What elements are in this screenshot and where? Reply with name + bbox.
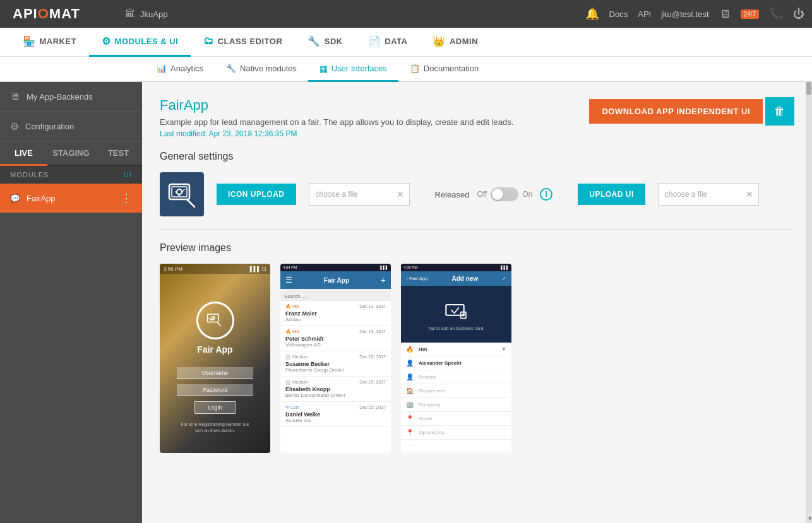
ui-file-clear-icon[interactable]: ✕ [741, 189, 758, 199]
form-field-position: 👤 Position [401, 370, 511, 384]
list-screen: 4:04 PM ▌▌▌ ☰ Fair App + 🔥 Hot [280, 264, 391, 453]
tab-staging[interactable]: Staging [47, 142, 95, 166]
nav-market[interactable]: 🏪 MARKET [10, 28, 89, 57]
delete-button[interactable]: 🗑 [765, 97, 794, 126]
app-name: JkuApp [140, 9, 167, 19]
terminal-icon[interactable]: 🖥 [719, 8, 731, 21]
icon-upload-button[interactable]: ICON UPLOAD [217, 184, 296, 205]
card-scan-icon [444, 298, 469, 324]
list-item-2: 🔥 Hot Dec 13, 2017 Peter Schmidt Volkswa… [280, 326, 391, 351]
company-4: Berlitz Deutschland GmbH [285, 392, 386, 398]
search-input[interactable] [284, 293, 387, 299]
tab-live[interactable]: Live [0, 142, 47, 166]
tab-test[interactable]: Test [95, 142, 142, 166]
nav-class-editor[interactable]: 🗂 CLASS EDITOR [191, 28, 295, 57]
toggle-on-label: On [522, 190, 532, 199]
person-icon-1: 👤 [406, 360, 415, 367]
company-5: Schuler AG [285, 418, 386, 423]
scroll-thumb[interactable] [806, 82, 811, 95]
admin-icon: 👑 [433, 35, 446, 47]
info-icon[interactable]: i [540, 188, 552, 201]
analytics-icon: 📊 [157, 64, 167, 73]
notification-icon[interactable]: 🔔 [585, 7, 599, 21]
released-toggle[interactable] [491, 187, 518, 201]
priority-2: 🔥 Hot [285, 329, 299, 334]
status-bar-2: 4:04 PM ▌▌▌ [280, 264, 391, 271]
field-dept-value: Department [419, 388, 445, 394]
form-field-company: 🏢 Company [401, 398, 511, 412]
list-title: Fair App [324, 277, 349, 284]
signal-3: ▌▌▌ [501, 266, 509, 269]
vertical-scrollbar[interactable]: ▲ ▼ [806, 82, 812, 523]
priority-1: 🔥 Hot [285, 304, 299, 309]
card-scan-area: Tap to add an business card. [401, 286, 511, 343]
icon-file-clear-icon[interactable]: ✕ [391, 189, 409, 199]
ui-file-placeholder: choose a file [659, 190, 741, 199]
header-right: 🔔 Docs API jku@test.test 🖥 24/7 📞 ⏻ [585, 7, 804, 21]
nav-admin[interactable]: 👑 ADMIN [420, 28, 491, 57]
upload-ui-button[interactable]: UPLOAD UI [578, 184, 645, 205]
released-section: Released Off On i [435, 187, 553, 201]
form-title: Add new [452, 275, 479, 282]
secondary-nav: 📊 Analytics 🔧 Native modules ▦ User Inte… [0, 57, 812, 82]
power-icon[interactable]: ⏻ [793, 8, 804, 21]
settings-row: ICON UPLOAD choose a file ✕ Released Off… [160, 172, 794, 216]
time-2: 4:04 PM [283, 266, 297, 269]
download-button[interactable]: DOWNLOAD APP INDEPENDENT UI [589, 99, 763, 124]
app-title: FairApp [160, 97, 513, 114]
priority-value: Hot [419, 346, 427, 352]
form-field-zip: 📍 Zip and city [401, 426, 511, 440]
back-label: ‹ Fair App [406, 276, 428, 281]
docs-link[interactable]: Docs [609, 9, 628, 19]
tap-text: Tap to add an business card. [428, 326, 485, 331]
nav-sdk[interactable]: 🔧 SDK [295, 28, 355, 57]
sidebar-item-configuration[interactable]: ⚙ Configuration [0, 112, 142, 142]
dropdown-arrow: ▼ [501, 346, 506, 352]
nav-analytics[interactable]: 📊 Analytics [145, 57, 215, 82]
nav-documentation-label: Documentation [424, 64, 479, 73]
login-btn: Login [194, 401, 235, 414]
building-icon: 🏛 [125, 8, 135, 20]
general-settings-title: General settings [160, 151, 794, 162]
nav-user-interfaces[interactable]: ▦ User Interfaces [308, 57, 398, 82]
date-5: Dec 15, 2017 [359, 405, 386, 410]
building-icon-2: 🏢 [406, 401, 415, 408]
splash-app-name: Fair App [197, 344, 232, 355]
list-header: ☰ Fair App + [280, 271, 391, 289]
form-field-department: 🏠 Department [401, 384, 511, 398]
app-icon-box [160, 172, 204, 216]
phone-icon[interactable]: 📞 [769, 7, 783, 21]
header-buttons: DOWNLOAD APP INDEPENDENT UI 🗑 [589, 97, 794, 126]
nav-data[interactable]: 📄 DATA [355, 28, 421, 57]
released-label: Released [435, 190, 470, 199]
toggle-row: Off On [477, 187, 532, 201]
field-zip-value: Zip and city [419, 430, 445, 435]
content-header: FairApp Example app for lead management … [160, 97, 794, 138]
home-icon: 🏠 [406, 387, 415, 394]
native-modules-icon: 🔧 [226, 64, 236, 73]
app-description: Example app for lead management on a fai… [160, 117, 513, 127]
nav-native-modules[interactable]: 🔧 Native modules [215, 57, 308, 82]
nav-market-label: MARKET [40, 37, 77, 46]
form-field-street: 📍 Street [401, 412, 511, 426]
main-layout: 🖥 My App-Backends ⚙ Configuration Live S… [0, 82, 812, 523]
sidebar-section-header: MODULES UI [0, 166, 142, 184]
user-email: jku@test.test [661, 9, 708, 19]
date-4: Dec 15, 2017 [359, 380, 386, 385]
api-link[interactable]: API [638, 9, 651, 19]
more-options-icon[interactable]: ⋮ [121, 191, 132, 205]
scroll-down-arrow[interactable]: ▼ [806, 514, 812, 523]
sidebar-app-fairapp[interactable]: 💬 FairApp ⋮ [0, 184, 142, 213]
company-3: Planethome Group GmbH [285, 367, 386, 373]
priority-5: ❄ Cold [285, 405, 299, 410]
register-text: Für eine Registrierung wenden Sie sich a… [177, 421, 254, 434]
ui-file-input[interactable]: choose a file ✕ [658, 183, 759, 206]
sidebar-item-my-app-backends[interactable]: 🖥 My App-Backends [0, 82, 142, 112]
name-5: Daniel Welke [285, 411, 386, 418]
nav-documentation[interactable]: 📋 Documentation [398, 57, 490, 82]
nav-modules-ui[interactable]: ⚙ MODULES & UI [89, 28, 191, 57]
sdk-icon: 🔧 [307, 35, 321, 47]
splash-screen: 3:56 PM ▌▌▌ ⊡ Fair App [160, 264, 270, 453]
icon-file-input[interactable]: choose a file ✕ [309, 183, 410, 206]
splash-icon-svg [206, 311, 225, 330]
